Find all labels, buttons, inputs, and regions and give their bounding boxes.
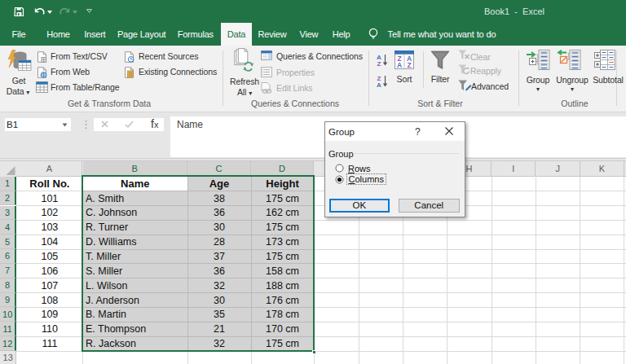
svg-text:Z: Z <box>407 61 411 69</box>
svg-text:A: A <box>377 81 381 88</box>
svg-text:A: A <box>397 61 402 69</box>
svg-text:Z: Z <box>377 60 381 67</box>
